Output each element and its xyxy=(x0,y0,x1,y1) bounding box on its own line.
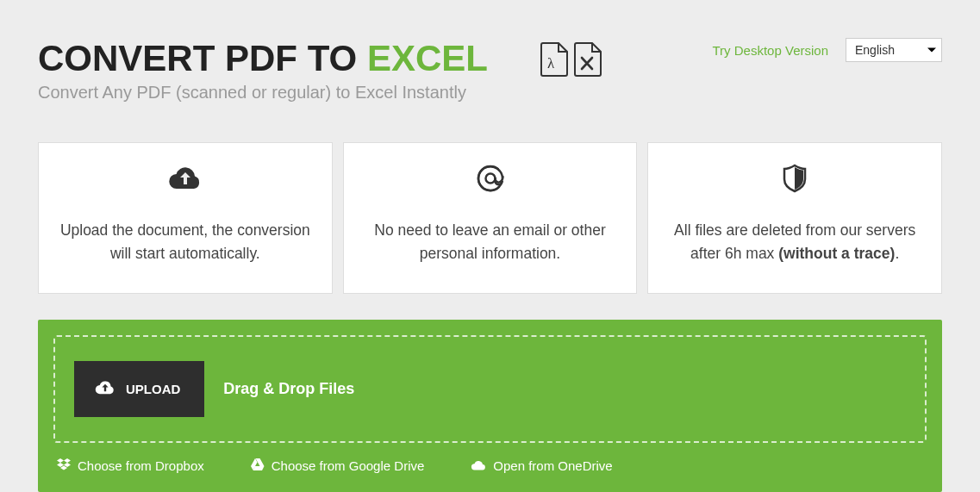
source-label: Choose from Google Drive xyxy=(272,458,425,473)
at-sign-icon xyxy=(475,164,506,193)
source-label: Open from OneDrive xyxy=(493,458,612,473)
choose-onedrive-link[interactable]: Open from OneDrive xyxy=(471,458,612,473)
cloud-upload-icon xyxy=(168,164,203,193)
onedrive-icon xyxy=(471,458,486,473)
source-label: Choose from Dropbox xyxy=(78,458,204,473)
language-selected-value: English xyxy=(855,43,895,57)
info-card-noemail: No need to leave an email or other perso… xyxy=(343,142,638,294)
upload-button-label: UPLOAD xyxy=(126,382,180,396)
shield-icon xyxy=(782,164,808,193)
google-drive-icon xyxy=(251,458,265,473)
svg-point-2 xyxy=(485,174,495,184)
info-card-privacy: All files are deleted from our servers a… xyxy=(647,142,942,294)
drop-zone[interactable]: UPLOAD Drag & Drop Files xyxy=(53,335,927,443)
info-card-upload: Upload the document, the conversion will… xyxy=(38,142,333,294)
chevron-down-icon xyxy=(927,48,936,53)
upload-panel: UPLOAD Drag & Drop Files Choose from Dro… xyxy=(38,320,942,492)
choose-gdrive-link[interactable]: Choose from Google Drive xyxy=(251,458,425,473)
page-subtitle: Convert Any PDF (scanned or regular) to … xyxy=(38,83,488,103)
dropbox-icon xyxy=(57,458,71,473)
language-select[interactable]: English xyxy=(846,38,942,62)
upload-button[interactable]: UPLOAD xyxy=(74,361,204,417)
cloud-upload-icon xyxy=(95,380,115,398)
page-title: CONVERT PDF TO EXCEL xyxy=(38,38,488,79)
card-text: All files are deleted from our servers a… xyxy=(665,219,924,265)
try-desktop-link[interactable]: Try Desktop Version xyxy=(713,43,829,58)
svg-text:λ: λ xyxy=(547,55,555,72)
pdf-excel-icon: λ xyxy=(540,41,603,78)
card-text: No need to leave an email or other perso… xyxy=(361,219,620,265)
card-text: Upload the document, the conversion will… xyxy=(56,219,315,265)
drop-label: Drag & Drop Files xyxy=(223,380,354,398)
choose-dropbox-link[interactable]: Choose from Dropbox xyxy=(57,458,204,473)
